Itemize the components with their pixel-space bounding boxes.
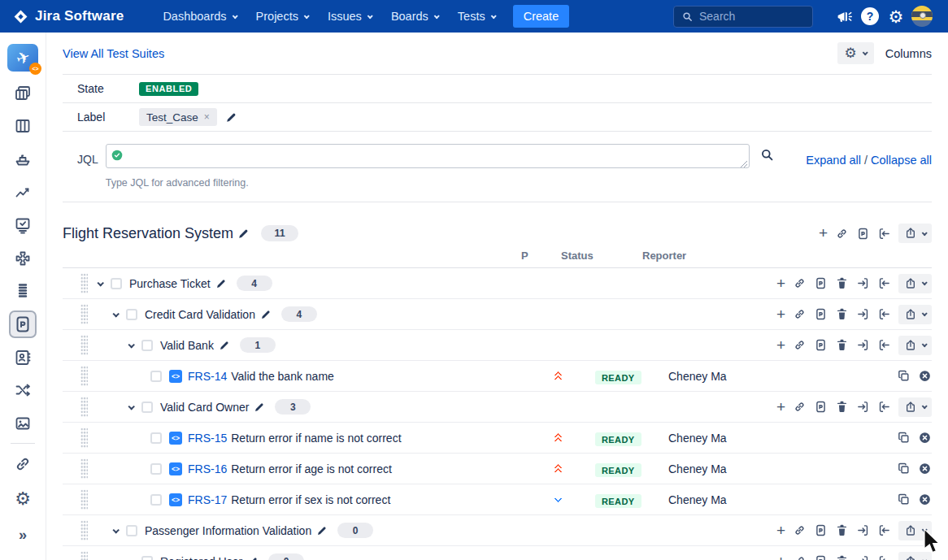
announcement-icon[interactable] (831, 3, 857, 29)
row-checkbox[interactable] (150, 463, 162, 475)
collapse-chevron-icon[interactable] (110, 312, 121, 317)
row-checkbox[interactable] (141, 556, 153, 560)
table-settings-button[interactable]: ⚙ (837, 42, 874, 64)
move-out-icon[interactable] (856, 338, 870, 352)
suite-name[interactable]: Passenger Information Validation (145, 524, 311, 537)
issue-key-link[interactable]: FRS-17 (188, 493, 227, 506)
add-icon[interactable]: + (776, 556, 785, 560)
export-button[interactable] (898, 336, 932, 355)
move-out-icon[interactable] (856, 554, 870, 560)
issue-key-link[interactable]: FRS-16 (188, 462, 227, 475)
export-button[interactable] (898, 274, 932, 293)
link-icon[interactable] (793, 554, 807, 560)
help-icon[interactable]: ? (857, 3, 883, 29)
sidebar-item-test-suites[interactable] (0, 308, 46, 341)
export-button[interactable] (898, 552, 932, 560)
remove-circle-icon[interactable] (918, 369, 932, 383)
edit-pencil-icon[interactable] (254, 402, 265, 413)
sidebar-item-issues[interactable] (0, 209, 46, 242)
suite-name[interactable]: Valid Bank (160, 339, 214, 352)
test-page-icon[interactable] (856, 227, 870, 241)
test-page-icon[interactable] (814, 400, 828, 414)
collapse-chevron-icon[interactable] (125, 343, 137, 348)
sidebar-item-addons[interactable] (0, 242, 46, 276)
suite-name[interactable]: Credit Card Validation (145, 308, 255, 321)
add-icon[interactable]: + (776, 525, 785, 536)
row-checkbox[interactable] (141, 402, 153, 413)
clone-icon[interactable] (897, 462, 911, 475)
issue-key-link[interactable]: FRS-15 (188, 432, 227, 445)
import-icon[interactable] (877, 523, 891, 537)
nav-issues[interactable]: Issues (318, 0, 381, 33)
clone-icon[interactable] (897, 369, 911, 383)
sidebar-item-backlog[interactable] (0, 76, 46, 110)
add-icon[interactable]: + (776, 402, 785, 413)
trash-icon[interactable] (835, 554, 849, 560)
suite-name[interactable]: Registered User (160, 555, 242, 560)
add-icon[interactable]: + (776, 340, 785, 351)
nav-tests[interactable]: Tests (448, 0, 505, 33)
nav-projects[interactable]: Projects (246, 0, 318, 33)
edit-labels-pencil-icon[interactable] (225, 111, 237, 124)
clone-icon[interactable] (897, 431, 911, 445)
import-icon[interactable] (877, 338, 891, 352)
import-icon[interactable] (877, 554, 891, 560)
remove-circle-icon[interactable] (918, 431, 932, 445)
import-icon[interactable] (877, 307, 891, 321)
user-avatar[interactable] (909, 3, 935, 29)
remove-label-icon[interactable]: × (204, 111, 210, 123)
row-checkbox[interactable] (150, 494, 162, 506)
suite-name[interactable]: Purchase Ticket (129, 277, 211, 290)
collapse-chevron-icon[interactable] (110, 528, 121, 533)
remove-circle-icon[interactable] (918, 493, 932, 506)
import-icon[interactable] (877, 227, 891, 241)
move-out-icon[interactable] (856, 400, 870, 414)
row-checkbox[interactable] (126, 309, 137, 320)
sidebar-item-shuffle[interactable] (0, 374, 46, 407)
link-icon[interactable] (793, 307, 807, 321)
drag-handle-icon[interactable] (80, 489, 88, 510)
edit-pencil-icon[interactable] (247, 556, 259, 560)
expand-all-link[interactable]: Expand all (806, 154, 861, 167)
trash-icon[interactable] (835, 338, 849, 352)
issue-summary[interactable]: Return error if sex is not correct (231, 493, 390, 506)
link-icon[interactable] (793, 523, 807, 537)
drag-handle-icon[interactable] (80, 397, 88, 418)
drag-handle-icon[interactable] (80, 335, 88, 356)
edit-suite-pencil-icon[interactable] (237, 228, 250, 240)
row-checkbox[interactable] (141, 340, 153, 351)
jira-logo[interactable]: Jira Software (13, 8, 124, 24)
nav-boards[interactable]: Boards (381, 0, 448, 33)
remove-circle-icon[interactable] (918, 462, 932, 475)
suite-name[interactable]: Valid Card Owner (160, 401, 249, 414)
sidebar-item-media[interactable] (0, 407, 46, 441)
edit-pencil-icon[interactable] (316, 525, 328, 536)
trash-icon[interactable] (835, 276, 849, 290)
clone-icon[interactable] (897, 493, 911, 506)
trash-icon[interactable] (835, 307, 849, 321)
issue-key-link[interactable]: FRS-14 (188, 370, 227, 383)
edit-pencil-icon[interactable] (219, 340, 230, 351)
project-avatar[interactable]: ✈ <> (7, 44, 38, 72)
sidebar-item-board[interactable] (0, 110, 46, 143)
drag-handle-icon[interactable] (80, 458, 88, 480)
trash-icon[interactable] (835, 400, 849, 414)
sidebar-item-reports[interactable] (0, 176, 46, 209)
sidebar-expand-icon[interactable]: » (0, 517, 46, 553)
jql-search-icon[interactable] (750, 147, 775, 171)
collapse-chevron-icon[interactable] (94, 281, 106, 286)
trash-icon[interactable] (835, 523, 849, 537)
sidebar-item-test-cycles[interactable] (0, 275, 46, 308)
test-page-icon[interactable] (814, 276, 828, 290)
move-out-icon[interactable] (856, 307, 870, 321)
edit-pencil-icon[interactable] (215, 278, 227, 289)
edit-pencil-icon[interactable] (260, 309, 272, 320)
link-icon[interactable] (793, 338, 807, 352)
project-settings-gear-icon[interactable]: ⚙ (0, 480, 46, 517)
export-button[interactable] (898, 397, 932, 417)
move-out-icon[interactable] (856, 276, 870, 290)
global-search[interactable] (673, 6, 813, 28)
drag-handle-icon[interactable] (80, 551, 88, 560)
issue-summary[interactable]: Return error if name is not correct (231, 432, 401, 445)
export-button[interactable] (898, 521, 932, 540)
